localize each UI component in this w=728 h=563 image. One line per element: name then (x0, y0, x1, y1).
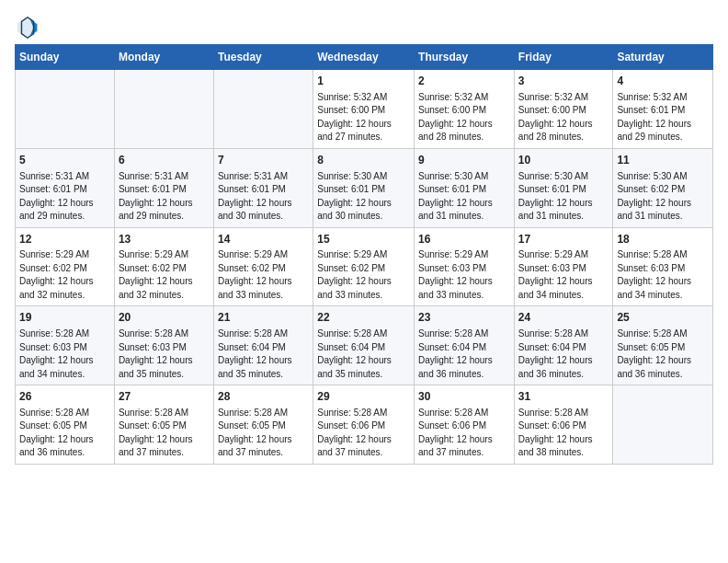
calendar-cell: 4Sunrise: 5:32 AM Sunset: 6:01 PM Daylig… (613, 70, 713, 149)
calendar-week-2: 5Sunrise: 5:31 AM Sunset: 6:01 PM Daylig… (16, 148, 713, 227)
day-info: Sunrise: 5:29 AM Sunset: 6:03 PM Dayligh… (518, 248, 609, 302)
day-info: Sunrise: 5:30 AM Sunset: 6:02 PM Dayligh… (617, 170, 709, 224)
day-number: 28 (218, 389, 309, 405)
calendar-cell (16, 70, 115, 149)
day-number: 27 (119, 389, 210, 405)
calendar-week-5: 26Sunrise: 5:28 AM Sunset: 6:05 PM Dayli… (16, 385, 713, 465)
day-number: 11 (617, 153, 709, 168)
calendar-week-4: 19Sunrise: 5:28 AM Sunset: 6:03 PM Dayli… (16, 306, 713, 385)
calendar-week-3: 12Sunrise: 5:29 AM Sunset: 6:02 PM Dayli… (16, 227, 713, 306)
calendar-cell: 8Sunrise: 5:30 AM Sunset: 6:01 PM Daylig… (313, 148, 415, 227)
day-number: 9 (418, 153, 510, 168)
calendar-cell: 29Sunrise: 5:28 AM Sunset: 6:06 PM Dayli… (313, 385, 415, 465)
day-number: 15 (317, 232, 410, 247)
day-info: Sunrise: 5:28 AM Sunset: 6:03 PM Dayligh… (19, 327, 110, 381)
day-number: 1 (317, 74, 410, 89)
day-number: 10 (518, 153, 609, 168)
day-info: Sunrise: 5:28 AM Sunset: 6:05 PM Dayligh… (617, 327, 709, 381)
day-number: 19 (19, 310, 110, 326)
day-number: 23 (418, 310, 510, 326)
header-sunday: Sunday (16, 45, 115, 70)
calendar-cell: 3Sunrise: 5:32 AM Sunset: 6:00 PM Daylig… (514, 70, 613, 149)
calendar-cell: 27Sunrise: 5:28 AM Sunset: 6:05 PM Dayli… (114, 385, 213, 465)
day-info: Sunrise: 5:32 AM Sunset: 6:01 PM Dayligh… (617, 91, 709, 144)
calendar-week-1: 1Sunrise: 5:32 AM Sunset: 6:00 PM Daylig… (16, 70, 713, 149)
day-number: 5 (19, 153, 110, 168)
calendar-cell: 2Sunrise: 5:32 AM Sunset: 6:00 PM Daylig… (415, 70, 515, 149)
day-info: Sunrise: 5:30 AM Sunset: 6:01 PM Dayligh… (418, 170, 510, 224)
day-info: Sunrise: 5:28 AM Sunset: 6:04 PM Dayligh… (317, 327, 410, 381)
day-info: Sunrise: 5:28 AM Sunset: 6:04 PM Dayligh… (518, 327, 609, 381)
day-info: Sunrise: 5:31 AM Sunset: 6:01 PM Dayligh… (218, 170, 309, 224)
day-info: Sunrise: 5:28 AM Sunset: 6:03 PM Dayligh… (617, 248, 709, 302)
day-number: 13 (119, 232, 210, 247)
calendar-cell: 18Sunrise: 5:28 AM Sunset: 6:03 PM Dayli… (613, 227, 713, 306)
calendar-header-row: SundayMondayTuesdayWednesdayThursdayFrid… (16, 45, 713, 70)
day-number: 31 (518, 389, 609, 405)
day-number: 3 (518, 74, 609, 89)
day-number: 14 (218, 232, 309, 247)
day-info: Sunrise: 5:32 AM Sunset: 6:00 PM Dayligh… (518, 91, 609, 144)
day-info: Sunrise: 5:28 AM Sunset: 6:06 PM Dayligh… (518, 407, 609, 460)
calendar-cell: 9Sunrise: 5:30 AM Sunset: 6:01 PM Daylig… (415, 148, 515, 227)
day-info: Sunrise: 5:29 AM Sunset: 6:03 PM Dayligh… (418, 248, 510, 302)
logo-icon (15, 15, 40, 40)
calendar-cell: 25Sunrise: 5:28 AM Sunset: 6:05 PM Dayli… (613, 306, 713, 385)
day-info: Sunrise: 5:29 AM Sunset: 6:02 PM Dayligh… (19, 248, 110, 302)
day-info: Sunrise: 5:28 AM Sunset: 6:05 PM Dayligh… (119, 407, 210, 460)
calendar-cell: 21Sunrise: 5:28 AM Sunset: 6:04 PM Dayli… (213, 306, 313, 385)
day-info: Sunrise: 5:29 AM Sunset: 6:02 PM Dayligh… (317, 248, 410, 302)
day-info: Sunrise: 5:28 AM Sunset: 6:04 PM Dayligh… (218, 327, 309, 381)
day-number: 6 (119, 153, 210, 168)
header-thursday: Thursday (415, 45, 515, 70)
day-info: Sunrise: 5:28 AM Sunset: 6:06 PM Dayligh… (418, 407, 510, 460)
header-wednesday: Wednesday (313, 45, 415, 70)
day-number: 18 (617, 232, 709, 247)
day-number: 7 (218, 153, 309, 168)
calendar-cell: 5Sunrise: 5:31 AM Sunset: 6:01 PM Daylig… (16, 148, 115, 227)
header-tuesday: Tuesday (213, 45, 313, 70)
calendar-cell: 10Sunrise: 5:30 AM Sunset: 6:01 PM Dayli… (514, 148, 613, 227)
day-info: Sunrise: 5:29 AM Sunset: 6:02 PM Dayligh… (218, 248, 309, 302)
day-number: 30 (418, 389, 510, 405)
calendar-cell (213, 70, 313, 149)
calendar-cell: 14Sunrise: 5:29 AM Sunset: 6:02 PM Dayli… (213, 227, 313, 306)
day-number: 16 (418, 232, 510, 247)
calendar-cell: 26Sunrise: 5:28 AM Sunset: 6:05 PM Dayli… (16, 385, 115, 465)
header-saturday: Saturday (613, 45, 713, 70)
day-info: Sunrise: 5:28 AM Sunset: 6:05 PM Dayligh… (218, 407, 309, 460)
calendar-cell: 6Sunrise: 5:31 AM Sunset: 6:01 PM Daylig… (114, 148, 213, 227)
day-info: Sunrise: 5:32 AM Sunset: 6:00 PM Dayligh… (317, 91, 410, 144)
day-info: Sunrise: 5:32 AM Sunset: 6:00 PM Dayligh… (418, 91, 510, 144)
calendar-cell: 15Sunrise: 5:29 AM Sunset: 6:02 PM Dayli… (313, 227, 415, 306)
day-info: Sunrise: 5:28 AM Sunset: 6:06 PM Dayligh… (317, 407, 410, 460)
calendar-cell: 13Sunrise: 5:29 AM Sunset: 6:02 PM Dayli… (114, 227, 213, 306)
logo (15, 15, 44, 40)
page-header (15, 15, 713, 40)
calendar-cell: 11Sunrise: 5:30 AM Sunset: 6:02 PM Dayli… (613, 148, 713, 227)
day-number: 29 (317, 389, 410, 405)
day-number: 2 (418, 74, 510, 89)
day-info: Sunrise: 5:30 AM Sunset: 6:01 PM Dayligh… (317, 170, 410, 224)
calendar-cell: 16Sunrise: 5:29 AM Sunset: 6:03 PM Dayli… (415, 227, 515, 306)
calendar-cell: 30Sunrise: 5:28 AM Sunset: 6:06 PM Dayli… (415, 385, 515, 465)
calendar-cell: 7Sunrise: 5:31 AM Sunset: 6:01 PM Daylig… (213, 148, 313, 227)
day-info: Sunrise: 5:30 AM Sunset: 6:01 PM Dayligh… (518, 170, 609, 224)
calendar-cell: 1Sunrise: 5:32 AM Sunset: 6:00 PM Daylig… (313, 70, 415, 149)
calendar-cell (613, 385, 713, 465)
day-number: 21 (218, 310, 309, 326)
day-info: Sunrise: 5:29 AM Sunset: 6:02 PM Dayligh… (119, 248, 210, 302)
day-info: Sunrise: 5:28 AM Sunset: 6:03 PM Dayligh… (119, 327, 210, 381)
day-info: Sunrise: 5:28 AM Sunset: 6:05 PM Dayligh… (19, 407, 110, 460)
calendar-cell: 22Sunrise: 5:28 AM Sunset: 6:04 PM Dayli… (313, 306, 415, 385)
header-friday: Friday (514, 45, 613, 70)
day-info: Sunrise: 5:31 AM Sunset: 6:01 PM Dayligh… (19, 170, 110, 224)
day-number: 20 (119, 310, 210, 326)
calendar-cell: 24Sunrise: 5:28 AM Sunset: 6:04 PM Dayli… (514, 306, 613, 385)
day-info: Sunrise: 5:31 AM Sunset: 6:01 PM Dayligh… (119, 170, 210, 224)
calendar-cell: 12Sunrise: 5:29 AM Sunset: 6:02 PM Dayli… (16, 227, 115, 306)
day-number: 12 (19, 232, 110, 247)
calendar-cell: 19Sunrise: 5:28 AM Sunset: 6:03 PM Dayli… (16, 306, 115, 385)
calendar-cell: 17Sunrise: 5:29 AM Sunset: 6:03 PM Dayli… (514, 227, 613, 306)
calendar-cell: 23Sunrise: 5:28 AM Sunset: 6:04 PM Dayli… (415, 306, 515, 385)
